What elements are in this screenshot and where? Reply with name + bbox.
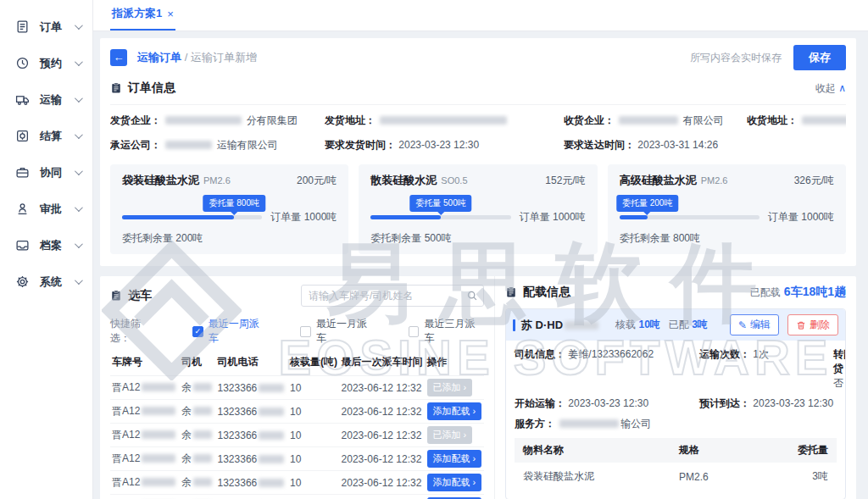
field-carrier: 承运公司： 运输有限公司 [110,138,325,152]
breadcrumb-separator: / [185,51,188,64]
filter-checkbox[interactable]: ✓ 最近一月派车 [300,317,376,346]
vehicle-select-section: 选车 快捷筛选： ✓ 最近一周派车 [100,276,495,499]
add-load-button[interactable]: 添加配载 › [427,450,482,468]
sidebar-item-label: 结算 [40,129,75,144]
field-consignee: 收货企业： 有限公司 [564,114,747,128]
loaded-amount: 已配 3吨 [669,318,708,332]
col-last-dispatch: 最后一次派车时间 [340,349,426,376]
cell-load: 10 [288,424,340,447]
cell-plate: 晋A12 [110,424,180,447]
field-recv-address: 收货地址： 建材大厦 [747,114,846,128]
order-fields: 发货企业： 分有限集团 发货地址： 收货企业： 有限公司 收货地址： [110,114,846,152]
sidebar-item-label: 系统 [40,274,75,290]
redacted-text [165,116,242,125]
redacted-text [142,383,175,391]
add-load-button[interactable]: 添加配载 › [427,402,482,420]
tab-assign-plan[interactable]: 指派方案1 × [110,0,175,30]
sidebar-item-system[interactable]: 系统 [0,263,92,300]
col-phone: 司机电话 [216,349,289,376]
table-header-row: 车牌号 司机 司机电话 核载量(吨) 最后一次派车时间 操作 [110,349,484,376]
save-button[interactable]: 保存 [793,45,846,70]
filter-label: 最近三月派车 [424,317,484,346]
redacted-text [142,478,175,486]
cell-plate: 晋A12 [110,471,180,495]
gear-icon [15,274,30,289]
cell-time: 2023-06-12 12:32 [340,447,426,471]
redacted-text [565,321,598,330]
check-icon: ✓ [195,327,202,335]
entrust-tooltip: 委托量 200吨 [616,195,678,212]
filter-checkbox[interactable]: ✓ 最近三月派车 [409,317,484,346]
add-load-button[interactable]: 已添加 › [427,379,473,396]
back-button[interactable]: ← [110,49,127,66]
tab-bar: 指派方案1 × [93,0,868,31]
col-entrust-qty: 委托量 [753,438,837,463]
sidebar-item-reservation[interactable]: 预约 [0,45,92,81]
cell-plate: 晋A12 [110,495,180,499]
product-price: 200元/吨 [297,174,337,188]
order-info-header: 订单信息 收起 ∧ [110,75,846,101]
col-load: 核载量(吨) [288,349,340,376]
service-provider: 服务方： 输公司 [515,417,846,431]
sidebar-item-orders[interactable]: 订单 [0,8,92,45]
chevron-down-icon [75,130,83,139]
cell-phone: 1323366 [216,400,289,424]
cell-action: 已添加 › [426,424,484,447]
delete-button[interactable]: 删除 [787,314,838,335]
table-row: 晋A12 余 1323366 10 2023-06-12 12:32 添加配载 … [110,471,484,495]
filter-label: 最近一月派车 [316,317,376,346]
redacted-text [259,431,284,440]
search-input[interactable] [301,285,484,307]
collapse-toggle[interactable]: 收起 ∧ [815,81,846,96]
clipboard-icon [110,82,122,94]
edit-button[interactable]: ✎编辑 [730,314,779,335]
progress-fill [370,215,441,219]
redacted-text [619,116,678,125]
cell-plate: 晋A12 [110,376,180,400]
sidebar-item-settlement[interactable]: 结算 [0,118,92,154]
section-title: 选车 [128,288,152,303]
sidebar-item-approval[interactable]: 审批 [0,191,92,227]
add-load-button[interactable]: 添加配载 › [427,474,482,491]
chevron-down-icon [75,167,83,175]
search-icon[interactable] [466,290,478,302]
breadcrumb-transport-order[interactable]: 运输订单 [137,51,181,64]
progress-fill [620,215,648,219]
driver-info: 司机信息： 姜维/13233662062 [515,347,699,391]
clipboard-icon [110,290,122,302]
cell-time: 2023-06-12 12:32 [340,495,426,499]
cell-phone: 1323366 [216,376,289,400]
cell-plate: 晋A12 [110,447,180,471]
section-title: 配载信息 [523,285,570,300]
col-action: 操作 [426,349,484,376]
chevron-down-icon [75,21,83,30]
cell-time: 2023-06-12 12:32 [340,424,426,447]
table-row: 晋A12 余 1323366 10 2023-06-12 12:32 添加配载 … [110,400,484,424]
progress-bar: 委托量 800吨 [122,215,262,219]
order-quantity: 订单量 1000吨 [520,210,586,225]
close-icon[interactable]: × [167,8,174,20]
cell-load: 10 [288,447,340,471]
chevron-right-icon: › [464,430,467,440]
breadcrumb: 运输订单 / 运输订单新增 [137,50,257,65]
add-load-button[interactable]: 已添加 › [427,426,473,444]
breadcrumb-new-order: 运输订单新增 [191,51,257,64]
product-spec: SO0.5 [441,175,467,186]
sidebar-item-collaboration[interactable]: 协同 [0,154,92,191]
truck-icon [15,92,30,107]
material-name: 袋装硅酸盐水泥 [515,463,670,491]
tab-label: 指派方案1 [112,6,162,21]
cell-phone: 1323366 [216,424,289,447]
sidebar-item-transport[interactable]: 运输 [0,81,92,118]
redacted-text [259,408,284,416]
loaded-summary-value: 6车18吨1趟 [784,285,846,298]
filter-checkbox[interactable]: ✓ 最近一周派车 [192,317,268,346]
progress-bar: 委托量 200吨 [620,215,760,219]
stamp-person-icon [15,202,30,216]
sidebar-item-archive[interactable]: 档案 [0,227,92,263]
cell-phone: 1323366 [216,495,289,499]
redacted-text [193,430,212,439]
divider [110,104,846,105]
progress-fill [122,215,234,219]
trash-icon [796,320,806,330]
